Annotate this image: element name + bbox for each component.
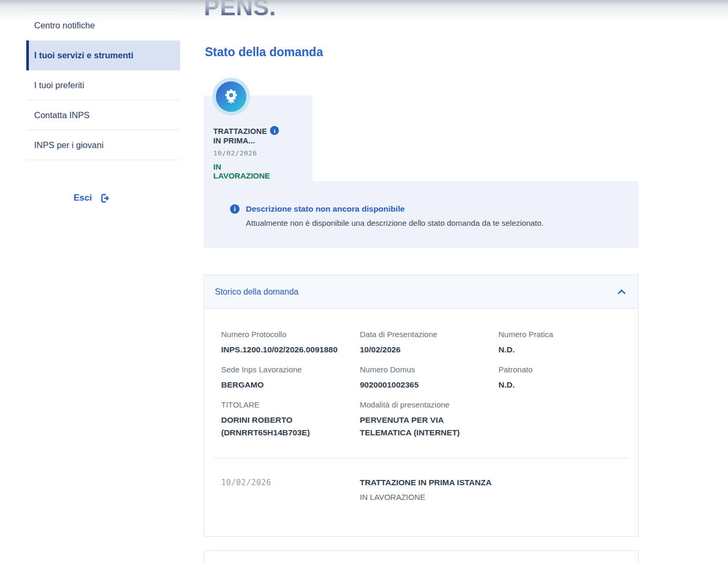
timeline-date: 10/02/2026 xyxy=(221,478,360,502)
sidebar-item-label: INPS per i giovani xyxy=(34,140,103,150)
field-label: Numero Protocollo xyxy=(221,330,360,339)
field-sede-inps: Sede Inps Lavorazione BERGAMO xyxy=(221,365,360,391)
logout-link[interactable]: Esci xyxy=(74,193,205,203)
sidebar-item-label: I tuoi servizi e strumenti xyxy=(34,50,133,60)
field-label: Patronato xyxy=(498,365,621,374)
status-description-title: Descrizione stato non ancora disponibile xyxy=(246,204,404,214)
field-label: Sede Inps Lavorazione xyxy=(221,365,360,374)
field-value: DORINI ROBERTO (DRNRRT65H14B703E) xyxy=(221,414,338,439)
field-data-presentazione: Data di Presentazione 10/02/2026 xyxy=(360,330,498,356)
field-numero-protocollo: Numero Protocollo INPS.1200.10/02/2026.0… xyxy=(221,330,360,356)
status-description-head: i Descrizione stato non ancora disponibi… xyxy=(230,204,618,214)
field-value: N.D. xyxy=(498,343,615,356)
field-value: BERGAMO xyxy=(221,379,338,391)
field-value: N.D. xyxy=(498,379,615,391)
history-accordion: Storico della domanda Numero Protocollo … xyxy=(204,275,639,537)
status-badge xyxy=(212,78,250,116)
status-title-line1: TRATTAZIONE xyxy=(213,127,267,135)
field-modalita-presentazione: Modalità di presentazione PERVENUTA PER … xyxy=(360,400,498,439)
field-label: Modalità di presentazione xyxy=(360,400,498,409)
field-numero-pratica: Numero Pratica N.D. xyxy=(498,330,621,356)
timeline-title: TRATTAZIONE IN PRIMA ISTANZA xyxy=(360,478,621,487)
field-label: TITOLARE xyxy=(221,400,360,409)
timeline-description: TRATTAZIONE IN PRIMA ISTANZA IN LAVORAZI… xyxy=(360,478,621,502)
sidebar-item-inps-giovani[interactable]: INPS per i giovani xyxy=(26,130,180,160)
sidebar-item-centro-notifiche[interactable]: Centro notifiche xyxy=(26,11,180,40)
sidebar-item-contatta-inps[interactable]: Contatta INPS xyxy=(26,100,180,130)
logout-label: Esci xyxy=(74,193,92,203)
status-description-panel: i Descrizione stato non ancora disponibi… xyxy=(204,181,639,248)
status-title-line2: IN PRIMA... xyxy=(213,137,255,145)
sidebar-item-servizi-strumenti[interactable]: I tuoi servizi e strumenti xyxy=(26,40,180,70)
field-label: Numero Pratica xyxy=(498,330,621,339)
sidebar-item-label: I tuoi preferiti xyxy=(34,80,84,90)
status-tab-date: 10/02/2026 xyxy=(213,149,305,157)
history-fields-grid: Numero Protocollo INPS.1200.10/02/2026.0… xyxy=(221,330,621,439)
history-accordion-panel: Numero Protocollo INPS.1200.10/02/2026.0… xyxy=(204,309,639,537)
page-title: PENS. xyxy=(204,0,641,21)
history-accordion-title: Storico della domanda xyxy=(215,287,298,297)
field-numero-domus: Numero Domus 9020001002365 xyxy=(360,365,498,391)
sidebar-item-preferiti[interactable]: I tuoi preferiti xyxy=(26,70,180,100)
history-accordion-header[interactable]: Storico della domanda xyxy=(204,275,639,309)
status-description-body: Attualmente non è disponibile una descri… xyxy=(246,218,618,227)
main-content: PENS. Stato della domanda xyxy=(204,0,641,564)
status-step-tab[interactable]: TRATTAZIONEi IN PRIMA... 10/02/2026 IN L… xyxy=(204,96,313,181)
status-section-title: Stato della domanda xyxy=(205,45,641,59)
timeline-status: IN LAVORAZIONE xyxy=(360,493,621,502)
status-tab-state: IN LAVORAZIONE xyxy=(213,162,275,180)
sidebar-item-label: Centro notifiche xyxy=(34,20,95,30)
field-label: Numero Domus xyxy=(360,365,498,374)
sidebar-item-label: Contatta INPS xyxy=(34,110,89,120)
field-patronato: Patronato N.D. xyxy=(498,365,621,391)
sidebar: Centro notifiche I tuoi servizi e strume… xyxy=(0,0,205,203)
field-value: 9020001002365 xyxy=(360,379,476,391)
sidebar-nav: Centro notifiche I tuoi servizi e strume… xyxy=(26,10,180,160)
field-value: 10/02/2026 xyxy=(360,343,476,356)
status-tab-title: TRATTAZIONEi IN PRIMA... xyxy=(213,126,305,145)
chevron-up-icon[interactable] xyxy=(618,289,626,298)
field-titolare: TITOLARE DORINI ROBERTO (DRNRRT65H14B703… xyxy=(221,400,360,439)
field-value: INPS.1200.10/02/2026.0091880 xyxy=(221,343,338,356)
status-steps-strip: TRATTAZIONEi IN PRIMA... 10/02/2026 IN L… xyxy=(204,96,641,181)
field-value: PERVENUTA PER VIA TELEMATICA (INTERNET) xyxy=(360,414,476,439)
field-label: Data di Presentazione xyxy=(360,330,498,339)
info-icon: i xyxy=(230,204,240,214)
panel-divider xyxy=(214,458,629,458)
history-timeline-row: 10/02/2026 TRATTAZIONE IN PRIMA ISTANZA … xyxy=(221,478,621,502)
medal-icon xyxy=(216,81,246,112)
next-accordion-collapsed[interactable] xyxy=(204,550,639,564)
info-icon[interactable]: i xyxy=(270,126,279,135)
logout-icon xyxy=(100,193,110,203)
